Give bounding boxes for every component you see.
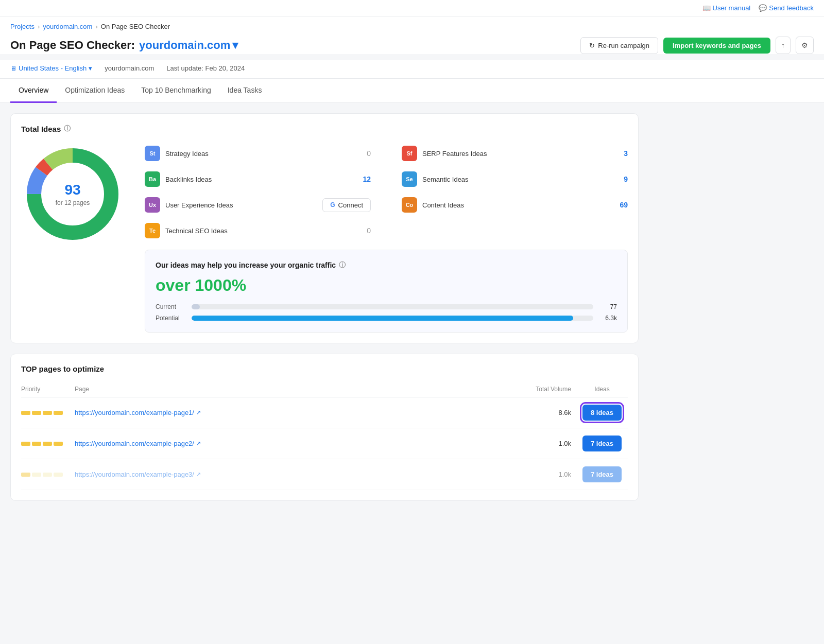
volume-2: 1.0k	[509, 440, 576, 447]
traffic-bars: Current 77 Potential 6.3k	[156, 303, 617, 322]
tab-tasks[interactable]: Idea Tasks	[219, 79, 270, 103]
total-ideas-card: Total Ideas ⓘ 93	[10, 113, 639, 343]
traffic-current-value: 77	[598, 303, 617, 310]
tab-overview[interactable]: Overview	[10, 79, 57, 103]
donut-number: 93	[56, 182, 90, 198]
page-link-1[interactable]: https://yourdomain.com/example-page1/ ↗	[75, 409, 509, 416]
idea-row-technical: Te Technical SEO Ideas 0	[145, 220, 371, 241]
breadcrumb-projects[interactable]: Projects	[10, 23, 35, 30]
ideas-button-2[interactable]: 7 ideas	[582, 436, 622, 451]
comment-icon: 💬	[759, 4, 767, 12]
external-link-icon: ↗	[196, 440, 201, 447]
donut-label: for 12 pages	[56, 199, 90, 206]
send-feedback-link[interactable]: 💬 Send feedback	[759, 4, 814, 12]
breadcrumb-sep-2: ›	[95, 23, 97, 30]
priority-bar	[21, 411, 30, 415]
breadcrumb-domain[interactable]: yourdomain.com	[43, 23, 92, 30]
refresh-icon: ↻	[589, 42, 595, 49]
user-manual-link[interactable]: 📖 User manual	[702, 4, 751, 12]
col-header-ideas: Ideas	[576, 386, 628, 393]
top-pages-card: TOP pages to optimize Priority Page Tota…	[10, 354, 639, 501]
page-link-2[interactable]: https://yourdomain.com/example-page2/ ↗	[75, 440, 509, 447]
table-row: https://yourdomain.com/example-page1/ ↗ …	[21, 397, 628, 428]
total-ideas-info-icon[interactable]: ⓘ	[64, 124, 71, 133]
traffic-title-text: Our ideas may help you increase your org…	[156, 261, 336, 269]
traffic-potential-bar-fill	[192, 316, 573, 321]
ideas-button-1[interactable]: 8 ideas	[582, 405, 622, 421]
page-3: https://yourdomain.com/example-page3/ ↗	[73, 471, 509, 478]
ideas-cell-1: 8 ideas	[576, 405, 628, 421]
col-header-page: Page	[73, 386, 509, 393]
idea-row-semantic: Se Semantic Ideas 9	[402, 168, 628, 190]
ideas-cell-2: 7 ideas	[576, 436, 628, 451]
top-pages-title: TOP pages to optimize	[21, 364, 628, 373]
page-link-3[interactable]: https://yourdomain.com/example-page3/ ↗	[75, 471, 509, 478]
priority-bars-2	[21, 442, 73, 446]
traffic-info-icon[interactable]: ⓘ	[339, 260, 346, 270]
idea-row-serp: Sf SERP Features Ideas 3	[402, 143, 628, 164]
priority-bar	[32, 442, 41, 446]
table-row: https://yourdomain.com/example-page3/ ↗ …	[21, 459, 628, 490]
page-title: On Page SEO Checker: yourdomain.com ▾	[10, 39, 238, 52]
subheader: 🖥 United States - English ▾ yourdomain.c…	[0, 60, 824, 79]
main-content: Total Ideas ⓘ 93	[0, 103, 649, 521]
traffic-potential-value: 6.3k	[598, 315, 617, 322]
idea-row-backlinks: Ba Backlinks Ideas 12	[145, 168, 371, 190]
badge-serp: Sf	[402, 146, 417, 161]
breadcrumb-current: On Page SEO Checker	[101, 23, 170, 30]
monitor-icon: 🖥	[10, 65, 16, 72]
traffic-potential-label: Potential	[156, 315, 186, 322]
idea-name-serp: SERP Features Ideas	[422, 150, 610, 158]
tabs-bar: Overview Optimization Ideas Top 10 Bench…	[0, 79, 824, 103]
badge-content: Co	[402, 197, 417, 213]
traffic-current-label: Current	[156, 303, 186, 310]
google-connect-button[interactable]: G Connect	[322, 198, 371, 212]
google-icon: G	[330, 201, 335, 208]
page-2: https://yourdomain.com/example-page2/ ↗	[73, 440, 509, 447]
traffic-row-current: Current 77	[156, 303, 617, 310]
table-row: https://yourdomain.com/example-page2/ ↗ …	[21, 428, 628, 459]
connect-label: Connect	[338, 201, 363, 209]
domain-selector[interactable]: yourdomain.com ▾	[139, 39, 238, 52]
idea-count-strategy: 0	[358, 149, 371, 158]
breadcrumb: Projects › yourdomain.com › On Page SEO …	[0, 16, 824, 30]
table-header: Priority Page Total Volume Ideas	[21, 381, 628, 397]
priority-bar	[21, 473, 30, 477]
upload-button[interactable]: ↑	[776, 37, 791, 54]
ideas-cell-3: 7 ideas	[576, 466, 628, 482]
priority-bar-dim	[54, 473, 63, 477]
send-feedback-label: Send feedback	[769, 4, 814, 12]
priority-bar-dim	[32, 473, 41, 477]
badge-ux: Ux	[145, 197, 160, 213]
import-button[interactable]: Import keywords and pages	[663, 38, 770, 54]
badge-technical: Te	[145, 223, 160, 238]
traffic-banner: Our ideas may help you increase your org…	[145, 250, 628, 333]
chevron-down-icon: ▾	[232, 39, 238, 52]
col-header-volume: Total Volume	[509, 386, 576, 393]
subheader-domain: yourdomain.com	[105, 64, 154, 72]
priority-bar	[43, 411, 52, 415]
location-selector[interactable]: 🖥 United States - English ▾	[10, 64, 92, 72]
idea-row-ux: Ux User Experience Ideas G Connect	[145, 194, 371, 216]
ideas-grid: St Strategy Ideas 0 Sf SERP Features Ide…	[145, 143, 628, 241]
idea-name-strategy: Strategy Ideas	[165, 150, 353, 158]
traffic-increase: over 1000%	[156, 276, 617, 295]
external-link-icon: ↗	[196, 409, 201, 416]
settings-button[interactable]: ⚙	[796, 37, 814, 54]
breadcrumb-sep-1: ›	[38, 23, 40, 30]
book-icon: 📖	[702, 4, 711, 12]
tab-optimization[interactable]: Optimization Ideas	[57, 79, 133, 103]
ideas-button-3[interactable]: 7 ideas	[582, 466, 622, 482]
import-label: Import keywords and pages	[673, 42, 761, 49]
priority-1	[21, 411, 73, 415]
tab-benchmarking[interactable]: Top 10 Benchmarking	[133, 79, 219, 103]
total-ideas-title-text: Total Ideas	[21, 125, 61, 133]
idea-name-semantic: Semantic Ideas	[422, 176, 610, 183]
idea-count-technical: 0	[358, 227, 371, 235]
donut-center: 93 for 12 pages	[56, 182, 90, 206]
location-label: United States - English	[19, 64, 87, 72]
domain-label: yourdomain.com	[139, 39, 230, 52]
rerun-label: Re-run campaign	[598, 42, 649, 49]
title-prefix: On Page SEO Checker:	[10, 39, 135, 52]
rerun-button[interactable]: ↻ Re-run campaign	[580, 37, 658, 54]
